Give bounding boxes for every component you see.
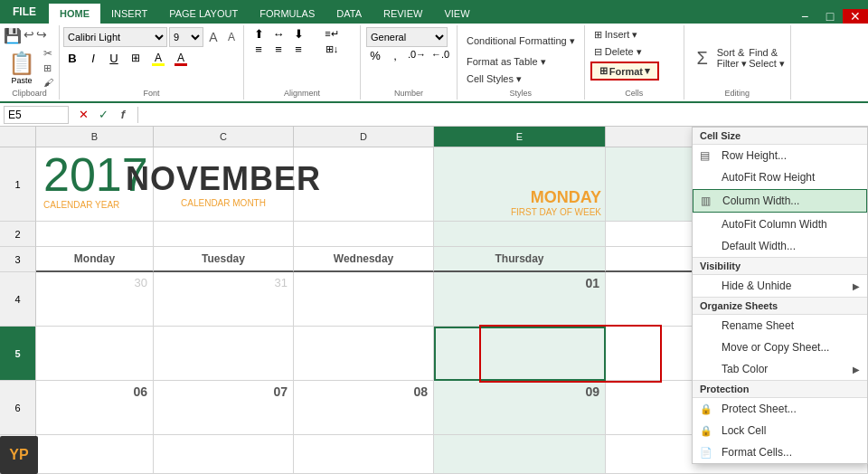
format-button[interactable]: ⊞ Format ▾: [590, 62, 659, 81]
cell-c5[interactable]: [154, 327, 294, 381]
border-button[interactable]: ⊞: [126, 49, 146, 67]
copy-button[interactable]: ⊞: [42, 62, 55, 75]
row-header-6[interactable]: 6: [0, 381, 36, 435]
font-color-button[interactable]: A: [171, 49, 191, 67]
cell-b5[interactable]: [36, 327, 154, 381]
align-center[interactable]: ≡: [269, 43, 288, 56]
cell-d3[interactable]: Wednesday: [294, 247, 434, 272]
row-header-2[interactable]: 2: [0, 222, 36, 247]
formula-input[interactable]: [142, 106, 864, 124]
align-bottom[interactable]: ⬇: [289, 27, 307, 41]
align-middle[interactable]: ↔: [269, 27, 288, 41]
function-icon[interactable]: f: [116, 108, 130, 121]
rename-sheet-item[interactable]: Rename Sheet: [693, 315, 867, 337]
col-header-d[interactable]: D: [294, 127, 434, 147]
redo-quick[interactable]: ↪: [36, 27, 47, 44]
align-top[interactable]: ⬆: [250, 27, 268, 41]
font-size-select[interactable]: 9: [169, 27, 203, 47]
sum-button[interactable]: Σ: [690, 48, 715, 69]
cell-c4[interactable]: 31: [154, 272, 294, 327]
autofit-col-item[interactable]: AutoFit Column Width: [693, 213, 867, 235]
find-select-button[interactable]: Find &Select ▾: [749, 47, 785, 70]
column-width-item[interactable]: ▥ Column Width...: [693, 189, 867, 213]
font-name-select[interactable]: Calibri Light: [63, 27, 167, 47]
fill-color-button[interactable]: A: [148, 49, 168, 67]
cell-e7[interactable]: [434, 435, 606, 474]
comma-button[interactable]: ,: [386, 49, 404, 62]
tab-page-layout[interactable]: PAGE LAYOUT: [158, 4, 249, 24]
wrap-text[interactable]: ≡↵: [309, 27, 354, 41]
delete-button[interactable]: ⊟ Delete ▾: [590, 44, 646, 60]
window-minimize[interactable]: −: [792, 9, 817, 24]
confirm-icon[interactable]: ✓: [96, 108, 110, 121]
window-maximize[interactable]: □: [817, 9, 843, 24]
cell-d4[interactable]: [294, 272, 434, 327]
font-size-decrease[interactable]: A: [223, 31, 240, 43]
cell-b2[interactable]: [36, 222, 154, 247]
align-right[interactable]: ≡: [289, 43, 307, 56]
cell-styles-button[interactable]: Cell Styles ▾: [463, 71, 525, 87]
insert-button[interactable]: ⊞ Insert ▾: [590, 27, 642, 43]
decrease-decimal[interactable]: ←.0: [429, 49, 451, 62]
paste-button[interactable]: 📋 Paste: [4, 48, 40, 88]
col-header-b[interactable]: B: [36, 127, 154, 147]
bold-button[interactable]: B: [63, 49, 81, 67]
window-close[interactable]: ✕: [843, 9, 868, 24]
cell-c1[interactable]: NOVEMBER CALENDAR MONTH: [154, 147, 294, 222]
undo-quick[interactable]: ↩: [24, 27, 34, 44]
tab-formulas[interactable]: FORMULAS: [249, 4, 326, 24]
col-header-e[interactable]: E: [434, 127, 606, 147]
number-format-select[interactable]: General: [366, 27, 448, 47]
tab-color-item[interactable]: Tab Color ▶: [693, 358, 867, 380]
cell-d1[interactable]: [294, 147, 434, 222]
row-header-1[interactable]: 1: [0, 147, 36, 222]
format-cells-item[interactable]: 📄 Format Cells...: [693, 441, 867, 463]
tab-data[interactable]: DATA: [326, 4, 373, 24]
protect-sheet-item[interactable]: 🔒 Protect Sheet...: [693, 398, 867, 420]
tab-review[interactable]: REVIEW: [373, 4, 433, 24]
cell-e5[interactable]: [434, 327, 606, 381]
tab-home[interactable]: HOME: [49, 4, 100, 24]
conditional-formatting-button[interactable]: Conditional Formatting ▾: [463, 33, 579, 49]
save-quick[interactable]: 💾: [4, 27, 22, 44]
cell-c3[interactable]: Tuesday: [154, 247, 294, 272]
cell-d5[interactable]: [294, 327, 434, 381]
format-painter[interactable]: 🖌: [42, 76, 55, 89]
cell-b7[interactable]: [36, 435, 154, 474]
file-tab[interactable]: FILE: [0, 0, 49, 24]
cell-d6[interactable]: 08: [294, 381, 434, 435]
autofit-row-item[interactable]: AutoFit Row Height: [693, 166, 867, 188]
underline-button[interactable]: U: [105, 49, 123, 67]
cell-b6[interactable]: 06: [36, 381, 154, 435]
align-left[interactable]: ≡: [250, 43, 268, 56]
cell-c7[interactable]: [154, 435, 294, 474]
row-header-4[interactable]: 4: [0, 272, 36, 327]
italic-button[interactable]: I: [84, 49, 102, 67]
percent-button[interactable]: %: [366, 49, 384, 62]
cell-b4[interactable]: 30: [36, 272, 154, 327]
row-header-3[interactable]: 3: [0, 247, 36, 272]
cell-e1[interactable]: MONDAY FIRST DAY OF WEEK: [434, 147, 606, 222]
cell-e4[interactable]: 01: [434, 272, 606, 327]
move-copy-item[interactable]: Move or Copy Sheet...: [693, 337, 867, 358]
name-box[interactable]: [4, 106, 69, 124]
tab-insert[interactable]: INSERT: [100, 4, 158, 24]
cut-button[interactable]: ✂: [42, 46, 55, 61]
cell-d7[interactable]: [294, 435, 434, 474]
row-height-item[interactable]: ▤ Row Height...: [693, 145, 867, 166]
format-as-table-button[interactable]: Format as Table ▾: [463, 54, 550, 70]
cell-e6[interactable]: 09: [434, 381, 606, 435]
cell-c2[interactable]: [154, 222, 294, 247]
cell-c6[interactable]: 07: [154, 381, 294, 435]
increase-decimal[interactable]: .0→: [406, 49, 428, 62]
cell-d2[interactable]: [294, 222, 434, 247]
cell-e2[interactable]: [434, 222, 606, 247]
cell-b3[interactable]: Monday: [36, 247, 154, 272]
row-header-5[interactable]: 5: [0, 327, 36, 381]
font-size-increase[interactable]: A: [205, 30, 222, 44]
merge-cells[interactable]: ⊞↓: [309, 43, 354, 56]
col-header-c[interactable]: C: [154, 127, 294, 147]
sort-filter-button[interactable]: Sort &Filter ▾: [717, 47, 748, 70]
cell-e3[interactable]: Thursday: [434, 247, 606, 272]
cancel-icon[interactable]: ✕: [76, 108, 90, 121]
